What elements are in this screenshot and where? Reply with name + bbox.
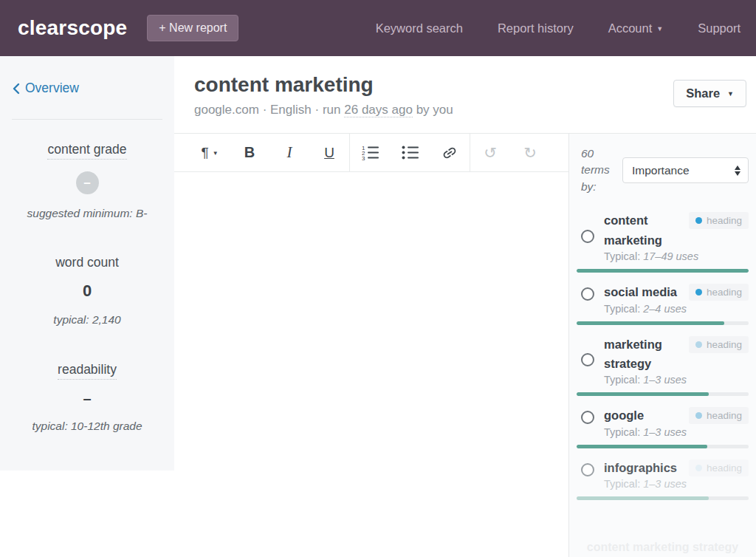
- term-radio[interactable]: [581, 463, 594, 476]
- readability-label[interactable]: readability: [58, 362, 117, 380]
- word-count-metric: word count 0 typical: 2,140: [15, 255, 159, 327]
- readability-note: typical: 10-12th grade: [15, 420, 159, 433]
- terms-list: content marketing heading Typical: 17–49…: [577, 211, 749, 500]
- terms-panel: 60 terms by: Importance content marketi: [568, 134, 756, 557]
- term-row[interactable]: social media heading Typical: 2–4 uses: [577, 282, 749, 324]
- heading-badge: heading: [689, 407, 749, 424]
- term-importance-bar: [577, 321, 749, 325]
- report-run-date-link[interactable]: 26 days ago: [344, 103, 413, 117]
- bold-button[interactable]: B: [230, 134, 269, 171]
- report-domain: google.com: [194, 103, 259, 117]
- term-radio[interactable]: [581, 230, 594, 243]
- metrics-sidebar: Overview content grade – suggested minim…: [0, 56, 174, 557]
- redo-button[interactable]: ↻: [510, 134, 550, 171]
- chevron-down-icon: ▼: [656, 25, 663, 33]
- term-typical: Typical: 17–49 uses: [604, 250, 749, 262]
- heading-dot-icon: [695, 289, 702, 295]
- term-importance-bar: [577, 269, 749, 273]
- readability-value: –: [15, 390, 159, 407]
- heading-dot-icon: [695, 341, 702, 348]
- term-row[interactable]: content marketing heading Typical: 17–49…: [577, 211, 749, 273]
- editor-toolbar: ¶ ▼ B I U 1 2 3: [174, 134, 568, 172]
- report-language: English: [270, 103, 312, 117]
- nav-account-menu[interactable]: Account▼: [608, 21, 664, 35]
- content-grade-note: suggested minimum: B-: [15, 207, 159, 220]
- term-typical: Typical: 1–3 uses: [604, 478, 749, 490]
- heading-badge: heading: [689, 336, 749, 353]
- term-radio[interactable]: [581, 411, 594, 424]
- share-button[interactable]: Share ▼: [673, 80, 746, 107]
- ordered-list-button[interactable]: 1 2 3: [350, 134, 390, 171]
- term-name: marketing strategy: [604, 335, 684, 374]
- term-typical: Typical: 1–3 uses: [604, 374, 749, 386]
- sort-arrows-icon: [735, 165, 740, 176]
- terms-count-label: 60 terms by:: [581, 146, 616, 195]
- term-importance-bar: [577, 496, 749, 500]
- term-name: social media: [604, 282, 684, 301]
- term-radio[interactable]: [581, 287, 594, 301]
- editor-column: ¶ ▼ B I U 1 2 3: [174, 134, 568, 557]
- word-count-value: 0: [15, 281, 159, 301]
- clearscope-logo[interactable]: clearscope: [18, 16, 127, 40]
- insert-link-button[interactable]: [430, 134, 470, 171]
- chevron-left-icon: [12, 83, 20, 95]
- svg-text:3: 3: [362, 155, 365, 161]
- term-row[interactable]: marketing strategy heading Typical: 1–3 …: [577, 335, 749, 397]
- paragraph-style-button[interactable]: ¶ ▼: [190, 134, 230, 171]
- term-name: content marketing: [604, 211, 684, 250]
- heading-dot-icon: [695, 217, 702, 224]
- nav-keyword-search[interactable]: Keyword search: [376, 21, 463, 35]
- nav-support[interactable]: Support: [698, 21, 740, 35]
- heading-dot-icon: [695, 465, 702, 471]
- heading-badge: heading: [689, 284, 749, 301]
- navbar-links: Keyword search Report history Account▼ S…: [376, 21, 740, 35]
- back-to-overview-link[interactable]: Overview: [12, 81, 79, 96]
- metrics-list: content grade – suggested minimum: B- wo…: [0, 142, 174, 433]
- term-name: infographics: [604, 458, 684, 477]
- term-row[interactable]: google heading Typical: 1–3 uses: [577, 406, 749, 448]
- italic-button[interactable]: I: [269, 134, 309, 171]
- sort-by-select[interactable]: Importance: [622, 157, 749, 183]
- terms-panel-header: 60 terms by: Importance: [577, 146, 749, 195]
- report-meta: google.com · English · run 26 days ago b…: [194, 103, 453, 117]
- heading-dot-icon: [695, 412, 702, 419]
- term-radio[interactable]: [581, 353, 594, 366]
- chevron-down-icon: ▼: [213, 150, 219, 157]
- heading-badge: heading: [689, 212, 749, 229]
- term-typical: Typical: 2–4 uses: [604, 303, 749, 315]
- new-report-button[interactable]: + New report: [147, 15, 238, 41]
- unordered-list-icon: [402, 145, 419, 160]
- nav-report-history[interactable]: Report history: [498, 21, 574, 35]
- term-name: google: [604, 406, 684, 425]
- word-count-note: typical: 2,140: [15, 313, 159, 327]
- chevron-down-icon: ▼: [727, 90, 734, 98]
- document-editor-body[interactable]: [174, 172, 568, 557]
- sidebar-divider: [12, 119, 162, 120]
- link-icon: [441, 145, 458, 161]
- report-title: content marketing: [194, 72, 453, 98]
- heading-badge: heading: [689, 459, 749, 476]
- underline-button[interactable]: U: [309, 134, 349, 171]
- content-grade-metric: content grade – suggested minimum: B-: [15, 142, 159, 220]
- term-importance-bar: [577, 445, 749, 448]
- report-author: by you: [416, 103, 453, 117]
- term-row[interactable]: infographics heading Typical: 1–3 uses: [577, 458, 749, 500]
- main-area: content marketing google.com · English ·…: [174, 56, 756, 557]
- word-count-label: word count: [55, 255, 119, 270]
- top-navbar: clearscope + New report Keyword search R…: [0, 0, 756, 56]
- undo-button[interactable]: ↺: [470, 134, 510, 171]
- unordered-list-button[interactable]: [390, 134, 430, 171]
- next-term-faded: content marketing strategy: [569, 541, 756, 554]
- term-typical: Typical: 1–3 uses: [604, 426, 749, 438]
- ordered-list-icon: 1 2 3: [362, 145, 379, 160]
- content-row: ¶ ▼ B I U 1 2 3: [174, 134, 756, 557]
- term-importance-bar: [577, 392, 749, 396]
- content-grade-label[interactable]: content grade: [47, 142, 126, 160]
- readability-metric: readability – typical: 10-12th grade: [15, 362, 159, 433]
- content-grade-value: –: [76, 171, 99, 194]
- report-header: content marketing google.com · English ·…: [174, 56, 756, 134]
